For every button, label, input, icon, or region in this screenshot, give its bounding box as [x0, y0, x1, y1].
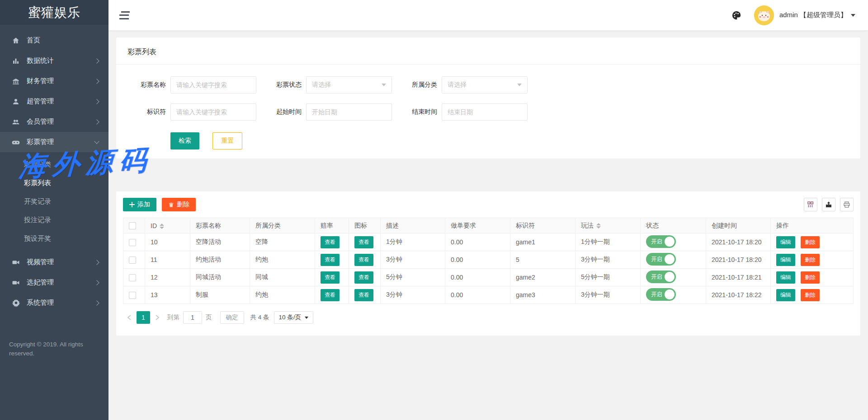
users-icon — [11, 117, 20, 126]
view-odds-button[interactable]: 查看 — [321, 289, 340, 301]
menu-toggle-icon[interactable] — [119, 11, 131, 20]
select-all-checkbox[interactable] — [129, 222, 136, 229]
lottery-name-label: 彩票名称 — [127, 81, 166, 89]
cell-desc: 3分钟 — [381, 251, 445, 269]
row-checkbox[interactable] — [129, 257, 136, 264]
current-page[interactable]: 1 — [137, 311, 150, 324]
row-checkbox[interactable] — [129, 239, 136, 246]
submenu-item-preset-draw[interactable]: 预设开奖 — [0, 229, 108, 247]
sidebar-item-finance[interactable]: 财务管理 — [0, 71, 108, 91]
filter-columns-button[interactable] — [804, 198, 817, 211]
edit-button[interactable]: 编辑 — [776, 271, 795, 284]
submenu-item-bet-records[interactable]: 投注记录 — [0, 210, 108, 229]
sidebar-item-superadmin[interactable]: 超管管理 — [0, 91, 108, 112]
per-page-select[interactable]: 10 条/页 — [274, 311, 314, 324]
lottery-status-select[interactable]: 请选择 — [306, 76, 392, 93]
cell-id: 12 — [145, 269, 190, 286]
submenu-item-draw-records[interactable]: 开奖记录 — [0, 192, 108, 210]
sidebar-item-label: 超管管理 — [27, 97, 54, 106]
caret-down-icon[interactable] — [851, 14, 855, 17]
cell-requirement: 0.00 — [445, 251, 510, 269]
view-icon-button[interactable]: 查看 — [354, 236, 373, 248]
plus-icon — [129, 202, 135, 207]
theme-palette-icon[interactable] — [731, 10, 741, 20]
cell-created: 2021-10-17 18:20 — [706, 251, 771, 269]
add-button[interactable]: 添加 — [123, 198, 156, 211]
row-checkbox[interactable] — [129, 274, 136, 281]
copyright: Copyright © 2019. All rights reserved. — [0, 340, 108, 358]
identifier-input[interactable] — [170, 103, 256, 121]
end-date-input[interactable] — [442, 103, 528, 121]
print-button[interactable] — [840, 198, 854, 211]
column-id[interactable]: ID — [145, 218, 190, 233]
caret-down-icon — [305, 317, 308, 319]
delete-button[interactable]: 删除 — [801, 254, 820, 266]
video-camera-icon — [11, 258, 20, 267]
start-date-input[interactable] — [306, 103, 392, 121]
chevron-right-icon — [94, 58, 99, 63]
chevron-right-icon — [94, 119, 99, 124]
submenu-item-lottery-category[interactable]: 彩票分类 — [0, 155, 108, 173]
column-icon: 图标 — [349, 218, 381, 233]
view-odds-button[interactable]: 查看 — [321, 254, 340, 266]
cell-name: 同城活动 — [190, 269, 250, 286]
lottery-name-input[interactable] — [170, 76, 256, 93]
video-camera-icon — [11, 278, 20, 287]
column-category: 所属分类 — [250, 218, 315, 233]
home-icon — [11, 36, 20, 45]
view-icon-button[interactable]: 查看 — [354, 289, 373, 301]
export-button[interactable] — [822, 198, 835, 211]
batch-delete-button[interactable]: 删除 — [162, 198, 196, 211]
view-odds-button[interactable]: 查看 — [321, 236, 340, 248]
app-logo: 蜜獾娱乐 — [0, 0, 108, 25]
view-odds-button[interactable]: 查看 — [321, 271, 340, 284]
cell-name: 空降活动 — [190, 233, 250, 251]
status-toggle[interactable]: 开启 — [646, 253, 676, 266]
column-desc: 描述 — [381, 218, 445, 233]
sidebar-item-lottery[interactable]: 彩票管理 — [0, 132, 108, 152]
view-icon-button[interactable]: 查看 — [354, 271, 373, 284]
next-page-icon[interactable] — [151, 311, 164, 324]
sidebar-item-label: 会员管理 — [27, 117, 54, 126]
view-icon-button[interactable]: 查看 — [354, 254, 373, 266]
sidebar-item-video[interactable]: 视频管理 — [0, 252, 108, 272]
admin-dropdown[interactable]: admin 【超级管理员】 — [779, 11, 847, 19]
avatar[interactable] — [754, 5, 774, 25]
column-status: 状态 — [641, 218, 706, 233]
submenu-item-lottery-list[interactable]: 彩票列表 — [0, 173, 108, 192]
status-toggle[interactable]: 开启 — [646, 235, 676, 248]
goto-page-input[interactable] — [183, 311, 202, 324]
cell-requirement: 0.00 — [445, 269, 510, 286]
main-content: 彩票列表 彩票名称 彩票状态 请选择 所属分类 请选择 — [108, 30, 868, 336]
reset-button[interactable]: 重置 — [212, 132, 242, 149]
cell-identifier: game2 — [510, 269, 576, 286]
sidebar-item-concubine[interactable]: 选妃管理 — [0, 272, 108, 293]
category-select[interactable]: 请选择 — [442, 76, 528, 93]
goto-confirm-button[interactable]: 确定 — [220, 311, 244, 324]
cell-category: 约炮 — [250, 286, 315, 304]
row-checkbox[interactable] — [129, 292, 136, 299]
search-button[interactable]: 检索 — [170, 132, 199, 149]
sidebar-item-label: 选妃管理 — [27, 278, 54, 287]
column-created: 创建时间 — [706, 218, 771, 233]
toggle-knob — [665, 272, 675, 282]
edit-button[interactable]: 编辑 — [776, 254, 795, 266]
chevron-right-icon — [94, 79, 99, 84]
edit-button[interactable]: 编辑 — [776, 236, 795, 248]
sidebar-item-home[interactable]: 首页 — [0, 30, 108, 51]
delete-button[interactable]: 删除 — [801, 271, 820, 284]
status-toggle[interactable]: 开启 — [646, 271, 676, 283]
sidebar-item-members[interactable]: 会员管理 — [0, 112, 108, 132]
column-play[interactable]: 玩法 — [576, 218, 641, 233]
table-row: 12 同城活动 同城 查看 查看 5分钟 0.00 game2 5分钟一期 开启 — [123, 269, 854, 286]
sidebar-item-stats[interactable]: 数据统计 — [0, 51, 108, 71]
delete-button[interactable]: 删除 — [801, 289, 820, 301]
goto-label: 到第 — [167, 313, 179, 322]
column-ops: 操作 — [771, 218, 854, 233]
prev-page-icon[interactable] — [123, 311, 136, 324]
sidebar-item-system[interactable]: 系统管理 — [0, 293, 108, 313]
delete-button[interactable]: 删除 — [801, 236, 820, 248]
edit-button[interactable]: 编辑 — [776, 289, 795, 301]
cell-category: 同城 — [250, 269, 315, 286]
status-toggle[interactable]: 开启 — [646, 288, 676, 301]
